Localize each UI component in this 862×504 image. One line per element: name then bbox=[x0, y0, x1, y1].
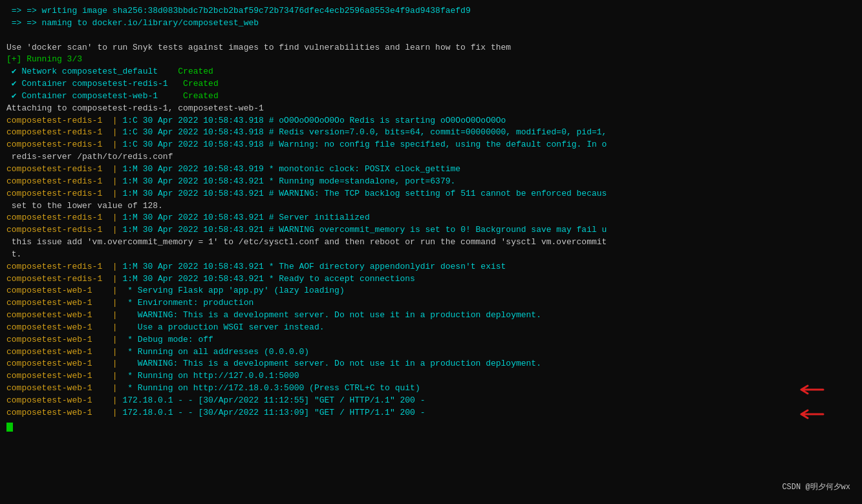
terminal-line: composetest-redis-1 | 1:M 30 Apr 2022 10… bbox=[6, 273, 856, 286]
terminal-line: redis-server /path/to/redis.conf bbox=[6, 151, 856, 163]
terminal: => => writing image sha256:38d083bbdc7b2… bbox=[0, 0, 862, 504]
terminal-line: composetest-redis-1 | 1:C 30 Apr 2022 10… bbox=[6, 115, 856, 127]
terminal-line: ✔ Container composetest-web-1 Created bbox=[6, 90, 856, 103]
terminal-line: set to the lower value of 128. bbox=[6, 200, 856, 213]
terminal-line: composetest-web-1 | * Running on all add… bbox=[6, 346, 856, 359]
terminal-line: composetest-redis-1 | 1:C 30 Apr 2022 10… bbox=[6, 139, 856, 151]
terminal-line bbox=[6, 30, 856, 42]
terminal-line: composetest-redis-1 | 1:M 30 Apr 2022 10… bbox=[6, 163, 856, 176]
terminal-line: composetest-redis-1 | 1:C 30 Apr 2022 10… bbox=[6, 127, 856, 139]
terminal-line: composetest-web-1 | * Running on http://… bbox=[6, 383, 856, 395]
cursor bbox=[6, 423, 13, 432]
terminal-line: => => naming to docker.io/library/compos… bbox=[6, 17, 856, 30]
terminal-line: composetest-web-1 | 172.18.0.1 - - [30/A… bbox=[6, 407, 856, 419]
terminal-line: t. bbox=[6, 249, 856, 261]
terminal-line: composetest-web-1 | * Serving Flask app … bbox=[6, 285, 856, 297]
terminal-line: => => writing image sha256:38d083bbdc7b2… bbox=[6, 5, 856, 17]
red-arrow-icon bbox=[799, 408, 824, 420]
terminal-line: composetest-web-1 | * Running on http://… bbox=[6, 370, 856, 383]
terminal-line: composetest-redis-1 | 1:M 30 Apr 2022 10… bbox=[6, 212, 856, 224]
terminal-line: Use 'docker scan' to run Snyk tests agai… bbox=[6, 42, 856, 54]
terminal-line: composetest-redis-1 | 1:M 30 Apr 2022 10… bbox=[6, 261, 856, 273]
terminal-line: composetest-web-1 | Use a production WSG… bbox=[6, 322, 856, 334]
terminal-line: composetest-web-1 | * Debug mode: off bbox=[6, 334, 856, 346]
terminal-line: composetest-web-1 | 172.18.0.1 - - [30/A… bbox=[6, 395, 856, 407]
terminal-line: ✔ Container composetest-redis-1 Created bbox=[6, 78, 856, 90]
terminal-line: this issue add 'vm.overcommit_memory = 1… bbox=[6, 236, 856, 249]
terminal-line: composetest-redis-1 | 1:M 30 Apr 2022 10… bbox=[6, 188, 856, 200]
watermark: CSDN @明夕何夕wx bbox=[782, 481, 850, 492]
terminal-line bbox=[6, 419, 856, 432]
terminal-line: composetest-web-1 | WARNING: This is a d… bbox=[6, 310, 856, 322]
red-arrow-icon bbox=[799, 384, 824, 395]
terminal-line: composetest-redis-1 | 1:M 30 Apr 2022 10… bbox=[6, 176, 856, 188]
terminal-line: composetest-redis-1 | 1:M 30 Apr 2022 10… bbox=[6, 224, 856, 236]
terminal-line: composetest-web-1 | WARNING: This is a d… bbox=[6, 358, 856, 370]
terminal-line: [+] Running 3/3 bbox=[6, 54, 856, 66]
terminal-line: Attaching to composetest-redis-1, compos… bbox=[6, 103, 856, 115]
terminal-line: ✔ Network composetest_default Created bbox=[6, 66, 856, 78]
terminal-line: composetest-web-1 | * Environment: produ… bbox=[6, 297, 856, 310]
